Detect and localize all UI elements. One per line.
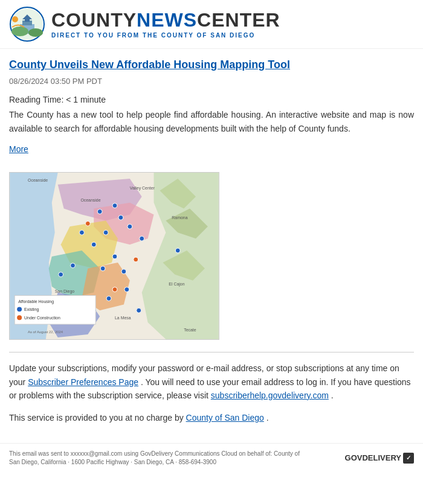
footer-bottom-email: This email was sent to xxxxxx@gmail.com … xyxy=(9,450,300,465)
logo-container: COUNTYNEWSCENTER DIRECT TO YOU FROM THE … xyxy=(9,6,414,42)
svg-point-12 xyxy=(118,215,123,220)
svg-text:San Diego: San Diego xyxy=(55,289,75,294)
svg-point-14 xyxy=(91,242,96,247)
logo-title: COUNTYNEWSCENTER xyxy=(51,10,280,31)
logo-news: NEWS xyxy=(137,9,197,31)
header: COUNTYNEWSCENTER DIRECT TO YOU FROM THE … xyxy=(0,0,423,49)
logo-center: CENTER xyxy=(197,9,280,31)
svg-point-19 xyxy=(100,266,105,271)
svg-point-6 xyxy=(11,27,28,36)
svg-text:El Cajon: El Cajon xyxy=(169,282,184,287)
svg-point-11 xyxy=(112,203,117,208)
svg-point-21 xyxy=(71,263,76,268)
svg-text:Existing: Existing xyxy=(24,308,39,313)
svg-point-27 xyxy=(137,308,141,313)
svg-point-28 xyxy=(175,248,180,253)
svg-text:As of August 22, 2024: As of August 22, 2024 xyxy=(28,330,63,334)
svg-text:Affordable Housing: Affordable Housing xyxy=(18,300,54,305)
subscriber-preferences-link[interactable]: Subscriber Preferences Page xyxy=(28,377,138,387)
divider xyxy=(9,352,414,352)
svg-text:Ramona: Ramona xyxy=(172,216,187,220)
svg-point-20 xyxy=(121,269,126,274)
svg-point-22 xyxy=(59,272,63,277)
county-link[interactable]: County of San Diego xyxy=(186,413,264,423)
map-container: Affordable Housing Existing Under Constr… xyxy=(9,172,414,340)
svg-point-30 xyxy=(134,257,138,262)
svg-text:Oceanside: Oceanside xyxy=(80,198,100,202)
svg-text:Valley Center: Valley Center xyxy=(130,186,155,191)
svg-point-17 xyxy=(140,236,144,241)
svg-point-8 xyxy=(12,16,18,22)
map-image: Affordable Housing Existing Under Constr… xyxy=(9,172,219,340)
govdelivery-logo: GOVDELIVERY ✓ xyxy=(345,453,414,464)
svg-text:Under Construction: Under Construction xyxy=(24,316,60,320)
svg-point-15 xyxy=(79,230,84,235)
main-content: County Unveils New Affordable Housing Ma… xyxy=(0,49,423,443)
more-link[interactable]: More xyxy=(9,144,28,154)
govdelivery-icon: ✓ xyxy=(403,453,414,464)
logo-text: COUNTYNEWSCENTER DIRECT TO YOU FROM THE … xyxy=(51,10,280,39)
article-body: The County has a new tool to help people… xyxy=(9,108,414,135)
article-date: 08/26/2024 03:50 PM PDT xyxy=(9,77,414,86)
footer-service-text: This service is provided to you at no ch… xyxy=(9,411,414,424)
svg-point-18 xyxy=(112,254,117,259)
article-title[interactable]: County Unveils New Affordable Housing Ma… xyxy=(9,58,414,72)
svg-point-31 xyxy=(112,287,117,292)
svg-point-10 xyxy=(97,209,102,214)
map-svg: Affordable Housing Existing Under Constr… xyxy=(10,173,219,339)
footer-bottom: This email was sent to xxxxxx@gmail.com … xyxy=(0,443,423,473)
county-seal-icon xyxy=(9,6,45,42)
footer-bottom-left: This email was sent to xxxxxx@gmail.com … xyxy=(9,450,311,467)
subscriber-help-link[interactable]: subscriberhelp.govdelivery.com xyxy=(211,391,329,400)
govdelivery-label: GOVDELIVERY xyxy=(345,453,401,462)
logo-county: COUNTY xyxy=(51,9,137,31)
svg-point-13 xyxy=(103,230,108,235)
svg-point-24 xyxy=(106,296,111,301)
svg-point-23 xyxy=(124,287,129,292)
footer-update-text: Update your subscriptions, modify your p… xyxy=(9,362,414,402)
logo-subtitle: DIRECT TO YOU FROM THE COUNTY OF SAN DIE… xyxy=(51,32,280,39)
svg-point-7 xyxy=(28,28,43,37)
svg-text:Oceanside: Oceanside xyxy=(28,178,48,182)
svg-point-36 xyxy=(17,315,22,320)
svg-text:Tecate: Tecate xyxy=(184,328,196,332)
reading-time: Reading Time: < 1 minute xyxy=(9,95,414,104)
svg-point-34 xyxy=(17,307,22,312)
svg-point-29 xyxy=(85,222,90,226)
svg-text:La Mesa: La Mesa xyxy=(115,316,131,320)
svg-point-16 xyxy=(128,225,132,229)
